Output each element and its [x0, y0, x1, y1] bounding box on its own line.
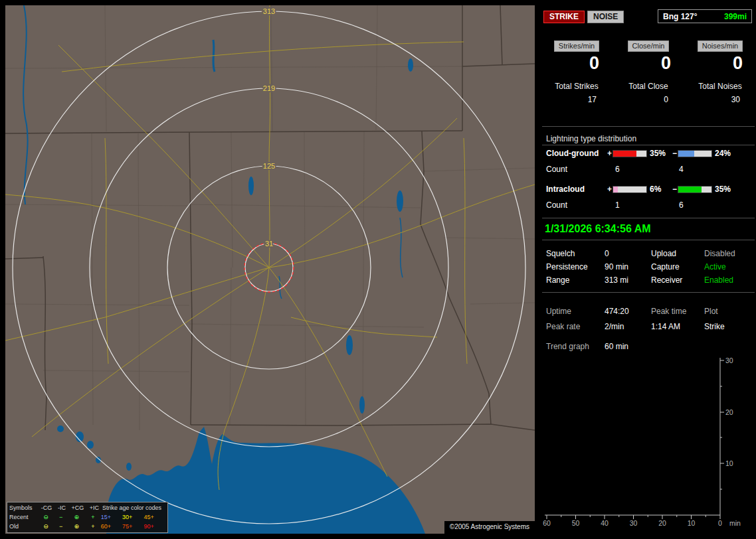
total-noises-label: Total Noises [686, 82, 755, 91]
graph-tick-labels: 30 20 10 60 50 40 30 20 10 0 min [543, 356, 741, 527]
trend-graph-label: Trend graph [546, 342, 589, 351]
separator [542, 240, 755, 240]
strikes-per-min-value: 0 [542, 53, 611, 74]
strike-button[interactable]: STRIKE [543, 11, 585, 23]
close-per-min-value: 0 [614, 53, 683, 74]
cg-positive-count: 6 [615, 165, 620, 174]
noises-per-min-label: Noises/min [698, 40, 743, 52]
capture-status: Active [704, 262, 726, 271]
total-close-label: Total Close [614, 82, 683, 91]
persistence-row: Persistence 90 min Capture Active [541, 262, 756, 274]
status-panel: STRIKE NOISE Bng 127° 399mi Strikes/min … [541, 0, 756, 539]
persistence-label: Persistence [546, 262, 588, 271]
plus-sign: + [607, 185, 612, 194]
y-tick-10: 10 [725, 459, 733, 467]
bearing-distance: 399mi [724, 12, 747, 21]
neg-ic-symbol-icon: − [54, 513, 68, 522]
uptime-row: Uptime 474:20 Peak time Plot [541, 307, 756, 319]
minus-sign: − [672, 149, 677, 158]
cg-negative-pct: 24% [715, 149, 731, 158]
noise-button[interactable]: NOISE [587, 11, 624, 23]
age-code-45: 45+ [144, 513, 165, 522]
x-tick-30: 30 [630, 519, 638, 527]
peak-rate-row: Peak rate 2/min 1:14 AM Strike [541, 322, 756, 334]
cloud-ground-label: Cloud-ground [546, 149, 599, 158]
bearing-label: Bng 127° [663, 12, 697, 21]
age-code-90: 90+ [144, 522, 165, 531]
noises-per-min-value: 0 [686, 53, 755, 74]
ic-negative-count: 6 [679, 200, 684, 210]
ring-labels: 313 219 125 31 [263, 7, 275, 248]
x-tick-40: 40 [601, 519, 609, 527]
cg-negative-bar [678, 150, 712, 157]
age-code-75: 75+ [122, 522, 143, 531]
neg-cg-symbol-old-icon: ⊖ [38, 522, 54, 531]
x-tick-10: 10 [688, 519, 696, 527]
graph-axes [545, 358, 724, 519]
ic-negative-bar [678, 186, 712, 193]
intracloud-label: Intracloud [546, 185, 585, 194]
y-tick-30: 30 [725, 356, 733, 364]
cg-positive-pct: 35% [650, 149, 666, 158]
distribution-title: Lightning type distribution [546, 134, 636, 143]
cloud-ground-row: Cloud-ground + 35% − 24% [541, 149, 756, 159]
intracloud-count-row: Count 1 6 [541, 200, 756, 211]
count-label: Count [546, 200, 567, 210]
ring-label-313: 313 [263, 7, 275, 15]
ring-label-219: 219 [263, 84, 275, 92]
strikes-column: Strikes/min 0 Total Strikes 17 [542, 40, 611, 104]
plot-mode-value: Strike [704, 322, 725, 331]
ic-positive-pct: 6% [650, 185, 661, 194]
plus-sign: + [607, 149, 612, 158]
cg-negative-count: 4 [679, 165, 684, 174]
map-graphic: 313 219 125 31 [5, 5, 535, 534]
separator [542, 292, 755, 293]
uptime-label: Uptime [546, 307, 571, 316]
neg-cg-symbol-icon: ⊖ [38, 513, 54, 522]
trend-graph-plot: 30 20 10 60 50 40 30 20 10 0 min [542, 354, 753, 533]
lightning-map[interactable]: 313 219 125 31 Symbols -CG -IC +CG +IC S… [5, 5, 535, 534]
age-code-60: 60+ [101, 522, 122, 531]
legend-age-title: Strike age color codes [102, 504, 165, 512]
ic-negative-bar-fill [678, 187, 702, 193]
pos-cg-symbol-icon: ⊕ [68, 513, 85, 522]
map-legend: Symbols -CG -IC +CG +IC Strike age color… [7, 502, 168, 533]
legend-recent-label: Recent [9, 513, 38, 522]
datetime-display: 1/31/2026 6:34:56 AM [545, 223, 651, 235]
separator [542, 145, 755, 145]
upload-status: Disabled [704, 249, 735, 258]
trend-graph-span: 60 min [605, 342, 628, 351]
range-row: Range 313 mi Receiver Enabled [541, 275, 756, 287]
peak-time-value: 1:14 AM [651, 322, 680, 331]
strikes-per-min-label: Strikes/min [554, 40, 599, 52]
rivers [23, 5, 403, 299]
pos-cg-symbol-old-icon: ⊕ [68, 522, 85, 531]
x-tick-60: 60 [543, 519, 551, 527]
intracloud-row: Intracloud + 6% − 35% [541, 185, 756, 195]
total-noises-value: 30 [686, 95, 755, 104]
x-tick-0: 0 [718, 519, 722, 527]
ring-label-31: 31 [265, 240, 273, 248]
y-tick-20: 20 [725, 408, 733, 416]
ic-positive-bar-fill [613, 187, 618, 193]
x-tick-50: 50 [572, 519, 580, 527]
squelch-value: 0 [605, 249, 609, 258]
legend-old-label: Old [9, 522, 38, 531]
age-code-15: 15+ [101, 513, 122, 522]
total-strikes-value: 17 [542, 95, 611, 104]
squelch-label: Squelch [546, 249, 575, 258]
legend-col-pos-cg: +CG [69, 504, 86, 512]
minus-sign: − [672, 185, 677, 194]
total-strikes-label: Total Strikes [542, 82, 611, 91]
ic-negative-pct: 35% [715, 185, 731, 194]
capture-label: Capture [651, 262, 680, 271]
receiver-label: Receiver [651, 275, 682, 285]
legend-old-row: Old ⊖ − ⊕ + 60+ 75+ 90+ [9, 522, 165, 531]
total-close-value: 0 [614, 95, 683, 104]
trend-graph-row: Trend graph 60 min [541, 342, 756, 354]
range-label: Range [546, 275, 569, 285]
close-column: Close/min 0 Total Close 0 [614, 40, 683, 104]
legend-col-neg-cg: -CG [39, 504, 54, 512]
legend-col-neg-ic: -IC [54, 504, 69, 512]
x-tick-20: 20 [658, 519, 666, 527]
